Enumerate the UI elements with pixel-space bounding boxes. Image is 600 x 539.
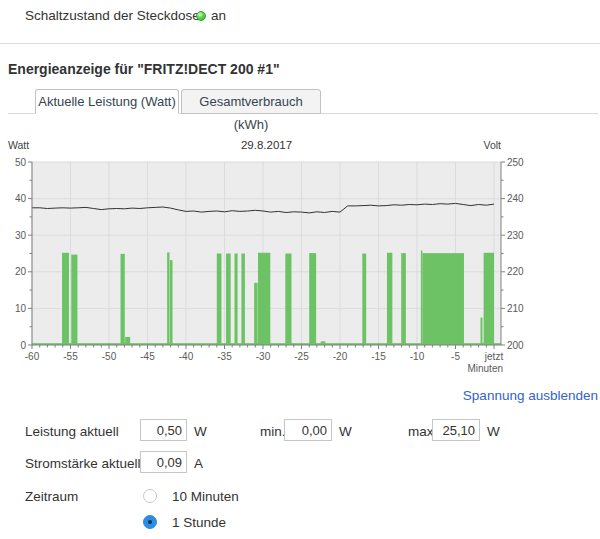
leistung-label: Leistung aktuell xyxy=(25,424,119,439)
stromstaerke-input[interactable] xyxy=(140,451,187,473)
tab-gesamtverbrauch[interactable]: Gesamtverbrauch (kWh) xyxy=(181,89,321,114)
svg-text:20: 20 xyxy=(15,266,27,277)
min-unit: W xyxy=(339,424,352,439)
max-input[interactable] xyxy=(432,419,480,441)
svg-text:-30: -30 xyxy=(256,351,271,362)
svg-text:200: 200 xyxy=(507,340,524,351)
min-label: min. xyxy=(260,424,286,439)
section-divider xyxy=(0,43,600,44)
svg-text:-50: -50 xyxy=(102,351,117,362)
svg-text:40: 40 xyxy=(15,193,27,204)
radio-10-minuten-label: 10 Minuten xyxy=(172,489,239,504)
page-title: Energieanzeige für "FRITZ!DECT 200 #1" xyxy=(8,61,280,77)
svg-text:jetzt: jetzt xyxy=(484,351,504,362)
svg-text:230: 230 xyxy=(507,230,524,241)
svg-text:-45: -45 xyxy=(140,351,155,362)
power-on-led-icon xyxy=(196,11,206,21)
svg-text:-15: -15 xyxy=(371,351,386,362)
tab-aktuelle-leistung[interactable]: Aktuelle Leistung (Watt) xyxy=(35,89,179,114)
zeitraum-label: Zeitraum xyxy=(25,489,78,504)
svg-text:-40: -40 xyxy=(179,351,194,362)
svg-text:-5: -5 xyxy=(451,351,460,362)
radio-10-minuten[interactable] xyxy=(143,489,157,503)
radio-1-stunde[interactable] xyxy=(143,515,157,529)
power-voltage-chart: Watt29.8.2017Volt01020304050200210220230… xyxy=(0,133,600,381)
leistung-unit: W xyxy=(194,424,207,439)
svg-text:250: 250 xyxy=(507,157,524,168)
energy-monitor-page: Schaltzustand der Steckdose an Energiean… xyxy=(0,0,600,539)
svg-text:10: 10 xyxy=(15,303,27,314)
svg-text:Minuten: Minuten xyxy=(467,363,503,374)
radio-1-stunde-label: 1 Stunde xyxy=(172,515,226,530)
svg-text:Watt: Watt xyxy=(8,139,29,151)
svg-text:240: 240 xyxy=(507,193,524,204)
svg-text:-20: -20 xyxy=(333,351,348,362)
stromstaerke-label: Stromstärke aktuell xyxy=(25,456,141,471)
max-unit: W xyxy=(487,424,500,439)
svg-text:0: 0 xyxy=(20,340,26,351)
svg-text:29.8.2017: 29.8.2017 xyxy=(241,139,292,151)
svg-text:210: 210 xyxy=(507,303,524,314)
svg-text:-25: -25 xyxy=(294,351,309,362)
svg-text:50: 50 xyxy=(15,157,27,168)
svg-text:Volt: Volt xyxy=(483,139,501,151)
switch-state-label: Schaltzustand der Steckdose xyxy=(25,8,200,23)
leistung-input[interactable] xyxy=(140,419,187,441)
hide-voltage-link[interactable]: Spannung ausblenden xyxy=(463,388,598,403)
switch-state-value: an xyxy=(211,8,226,23)
stromstaerke-unit: A xyxy=(194,456,203,471)
svg-text:-10: -10 xyxy=(410,351,425,362)
svg-text:-35: -35 xyxy=(217,351,232,362)
svg-text:220: 220 xyxy=(507,266,524,277)
min-input[interactable] xyxy=(284,419,332,441)
svg-text:-60: -60 xyxy=(25,351,40,362)
svg-text:-55: -55 xyxy=(63,351,78,362)
svg-text:30: 30 xyxy=(15,230,27,241)
